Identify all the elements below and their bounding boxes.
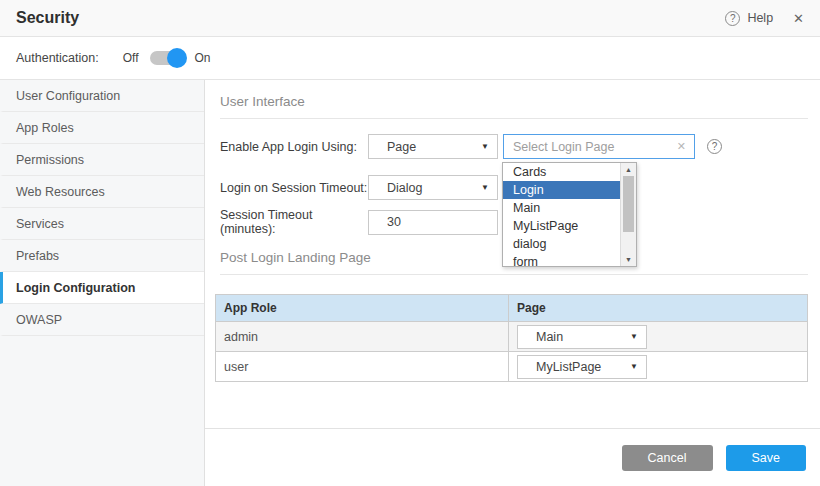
enable-app-login-row: Enable App Login Using: Page ▼ Select Lo… [220, 134, 820, 159]
chevron-down-icon: ▼ [630, 362, 638, 371]
app-role-cell: user [216, 352, 509, 382]
authentication-label: Authentication: [16, 51, 99, 65]
scrollbar-thumb[interactable] [623, 176, 634, 232]
session-timeout-login-label: Login on Session Timeout: [220, 181, 368, 195]
table-header-row: App Role Page [216, 295, 808, 322]
sidebar-item-services[interactable]: Services [0, 208, 204, 240]
sidebar-item-permissions[interactable]: Permissions [0, 144, 204, 176]
save-button[interactable]: Save [726, 445, 807, 471]
sidebar-item-web-resources[interactable]: Web Resources [0, 176, 204, 208]
page-title: Security [16, 9, 79, 27]
session-timeout-minutes-input[interactable]: 30 [368, 210, 498, 235]
chevron-down-icon: ▼ [630, 332, 638, 341]
session-timeout-login-select[interactable]: Dialog ▼ [368, 175, 498, 200]
dialog-footer: Cancel Save [205, 428, 820, 486]
toggle-knob [167, 48, 187, 68]
dropdown-option-login[interactable]: Login [503, 181, 620, 199]
dropdown-scrollbar[interactable]: ▲ ▼ [620, 163, 636, 266]
dropdown-option-dialog[interactable]: dialog [503, 235, 620, 253]
session-timeout-login-value: Dialog [387, 181, 422, 195]
enable-app-login-label: Enable App Login Using: [220, 140, 368, 154]
app-role-column-header: App Role [216, 295, 509, 322]
admin-page-select[interactable]: Main ▼ [517, 325, 647, 349]
login-page-placeholder: Select Login Page [513, 140, 677, 154]
chevron-down-icon: ▼ [481, 142, 489, 151]
sidebar-item-app-roles[interactable]: App Roles [0, 112, 204, 144]
help-icon[interactable]: ? [725, 11, 740, 26]
page-column-header: Page [509, 295, 808, 322]
landing-page-table: App Role Page admin Main ▼ [215, 294, 808, 382]
login-page-search-input[interactable]: Select Login Page ✕ [503, 134, 695, 159]
login-type-select[interactable]: Page ▼ [368, 134, 498, 159]
sidebar-item-user-configuration[interactable]: User Configuration [0, 80, 204, 112]
authentication-toggle[interactable] [150, 51, 184, 65]
field-help-icon[interactable]: ? [707, 139, 722, 154]
app-role-cell: admin [216, 322, 509, 352]
cancel-button[interactable]: Cancel [622, 445, 713, 471]
scroll-down-icon[interactable]: ▼ [621, 253, 636, 266]
authentication-bar: Authentication: Off On [0, 37, 820, 80]
table-row-user: user MyListPage ▼ [216, 352, 808, 382]
dialog-header: Security ? Help ✕ [0, 0, 820, 37]
header-actions: ? Help ✕ [725, 11, 804, 26]
scrollbar-track[interactable] [621, 176, 636, 253]
table-row-admin: admin Main ▼ [216, 322, 808, 352]
login-page-options: Cards Login Main MyListPage dialog form [503, 163, 620, 266]
user-page-select[interactable]: MyListPage ▼ [517, 355, 647, 379]
sidebar-item-login-configuration[interactable]: Login Configuration [0, 272, 204, 304]
dropdown-option-cards[interactable]: Cards [503, 163, 620, 181]
close-icon[interactable]: ✕ [793, 11, 804, 26]
help-link[interactable]: Help [747, 11, 773, 25]
toggle-off-label: Off [123, 51, 139, 65]
clear-icon[interactable]: ✕ [677, 140, 686, 153]
scroll-up-icon[interactable]: ▲ [621, 163, 636, 176]
login-configuration-panel: User Interface Enable App Login Using: P… [205, 80, 820, 486]
login-page-dropdown: Cards Login Main MyListPage dialog form … [502, 162, 637, 267]
login-type-value: Page [387, 140, 416, 154]
user-page-value: MyListPage [536, 360, 601, 374]
sidebar-item-owasp[interactable]: OWASP [0, 304, 204, 336]
user-interface-heading: User Interface [220, 94, 808, 119]
settings-sidebar: User Configuration App Roles Permissions… [0, 80, 205, 486]
dropdown-option-main[interactable]: Main [503, 199, 620, 217]
session-timeout-minutes-label: Session Timeout (minutes): [220, 208, 368, 236]
dropdown-option-mylistpage[interactable]: MyListPage [503, 217, 620, 235]
dropdown-option-form[interactable]: form [503, 253, 620, 266]
sidebar-item-prefabs[interactable]: Prefabs [0, 240, 204, 272]
security-dialog: Security ? Help ✕ Authentication: Off On… [0, 0, 820, 486]
chevron-down-icon: ▼ [481, 183, 489, 192]
toggle-on-label: On [195, 51, 211, 65]
session-timeout-minutes-value: 30 [387, 215, 401, 229]
admin-page-value: Main [536, 330, 563, 344]
